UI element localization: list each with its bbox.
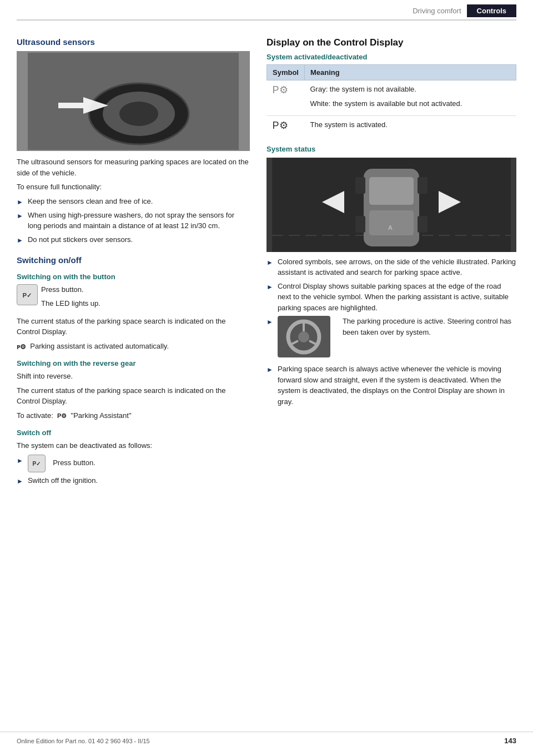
bullet-arrow-1: ► (17, 197, 23, 207)
display-title: Display on the Control Display (266, 37, 516, 48)
header-driving-comfort: Driving comfort (413, 7, 461, 15)
svg-rect-6 (58, 103, 83, 108)
bullet-arrow-3: ► (17, 235, 23, 245)
svg-rect-15 (418, 216, 428, 233)
current-status2-text: The current status of the parking space … (17, 385, 250, 407)
bullet-arrow-4: ► (17, 456, 23, 472)
button-icon-1: P✓ (17, 284, 38, 305)
symbol-cell-1: P⚙ (267, 80, 305, 116)
bullet-text-1: Keep the sensors clean and free of ice. (28, 196, 250, 207)
parking-icon-activate: P⚙ (57, 412, 67, 419)
footer-text: Online Edition for Part no. 01 40 2 960 … (17, 738, 150, 744)
right-bullet-text-1: Colored symbols, see arrows, on the side… (278, 256, 516, 278)
switch-off-btn-row: P✓ Press button. (28, 455, 250, 472)
shift-reverse-text: Shift into reverse. (17, 371, 250, 382)
svg-point-4 (119, 102, 158, 126)
right-bullet-text-2: Control Display shows suitable parking s… (278, 281, 516, 314)
svg-rect-10 (369, 177, 414, 205)
parking-symbol-white: P⚙ (273, 120, 288, 131)
footer-page-number: 143 (504, 737, 516, 745)
right-bullet-2: ► Control Display shows suitable parking… (266, 281, 516, 314)
right-bullet-arrow-2: ► (266, 282, 273, 314)
table-header-meaning: Meaning (304, 65, 516, 80)
right-bullet-1: ► Colored symbols, see arrows, on the si… (266, 256, 516, 278)
switch-off-ignition: Switch off the ignition. (28, 475, 250, 486)
right-bullet-text-3: The parking procedure is active. Steerin… (343, 316, 516, 337)
svg-text:A: A (388, 224, 393, 231)
bullet-arrow-2: ► (17, 211, 23, 231)
symbol-cell-2: P⚙ (267, 116, 305, 137)
button-icon-2: P✓ (28, 455, 46, 472)
switch-off-bullet-2: ► Switch off the ignition. (17, 475, 250, 486)
parking-activated-text: ᴘ⚙ Parking assistant is activated automa… (17, 341, 250, 352)
switching-reverse-title: Switching on with the reverse gear (17, 359, 250, 367)
main-content: Ultrasound sensors The ultrasound sensor… (0, 21, 533, 500)
table-row-1: P⚙ Gray: the system is not available. Wh… (267, 80, 516, 116)
right-bullet-text-4: Parking space search is always active wh… (278, 364, 516, 407)
ultrasound-image (17, 51, 250, 151)
system-status-title: System status (266, 145, 516, 153)
bullet-1: ► Keep the sensors clean and free of ice… (17, 196, 250, 207)
left-column: Ultrasound sensors The ultrasound sensor… (17, 32, 250, 489)
led-lights-text: The LED lights up. (41, 298, 100, 309)
bullet-3: ► Do not put stickers over sensors. (17, 234, 250, 245)
header-controls: Controls (467, 4, 516, 17)
deactivated-text: The system can be deactivated as follows… (17, 440, 250, 451)
symbol-table: Symbol Meaning P⚙ Gray: the system is no… (266, 64, 516, 137)
right-bullet-arrow-4: ► (266, 365, 273, 407)
parking-icon-inline: ᴘ⚙ (17, 342, 26, 350)
switch-off-title: Switch off (17, 429, 250, 437)
parking-symbol-gray: P⚙ (273, 84, 288, 95)
switching-on-button-title: Switching on with the button (17, 273, 250, 281)
bullet-arrow-5: ► (17, 476, 23, 486)
steering-image (278, 316, 330, 357)
para1: The ultrasound sensors for measuring par… (17, 157, 250, 178)
press-button-text: Press button. (41, 284, 100, 295)
ultrasound-title: Ultrasound sensors (17, 37, 250, 47)
svg-rect-12 (355, 177, 365, 194)
to-activate-text: To activate: P⚙ "Parking Assistant" (17, 410, 250, 421)
table-header-symbol: Symbol (267, 65, 305, 80)
meaning-cell-2: The system is activated. (304, 116, 516, 137)
bullet-text-3: Do not put stickers over sensors. (28, 234, 250, 245)
right-bullet-arrow-1: ► (266, 258, 273, 278)
switching-title: Switching on/off (17, 255, 250, 265)
right-bullet-4: ► Parking space search is always active … (266, 364, 516, 407)
right-column: Display on the Control Display System ac… (266, 32, 516, 489)
page-header: Driving comfort Controls (17, 0, 516, 21)
bullet-text-2: When using high-pressure washers, do not… (28, 210, 250, 231)
page-footer: Online Edition for Part no. 01 40 2 960 … (0, 732, 533, 745)
svg-rect-11 (369, 210, 414, 235)
system-activated-title: System activated/deactivated (266, 53, 516, 61)
switch-off-bullet-1: ► P✓ Press button. (17, 455, 250, 472)
car-top-view-image: A (266, 158, 516, 252)
steering-row: The parking procedure is active. Steerin… (278, 316, 516, 361)
current-status-text: The current status of the parking space … (17, 316, 250, 337)
svg-rect-13 (418, 177, 428, 194)
table-row-2: P⚙ The system is activated. (267, 116, 516, 137)
svg-rect-14 (355, 216, 365, 233)
svg-point-21 (298, 331, 309, 342)
meaning-cell-1: Gray: the system is not available. White… (304, 80, 516, 116)
para2: To ensure full functionality: (17, 182, 250, 193)
right-bullet-3-row: ► The parking procedure is active. Steer… (266, 316, 516, 361)
right-bullet-arrow-3: ► (266, 317, 273, 361)
bullet-2: ► When using high-pressure washers, do n… (17, 210, 250, 231)
